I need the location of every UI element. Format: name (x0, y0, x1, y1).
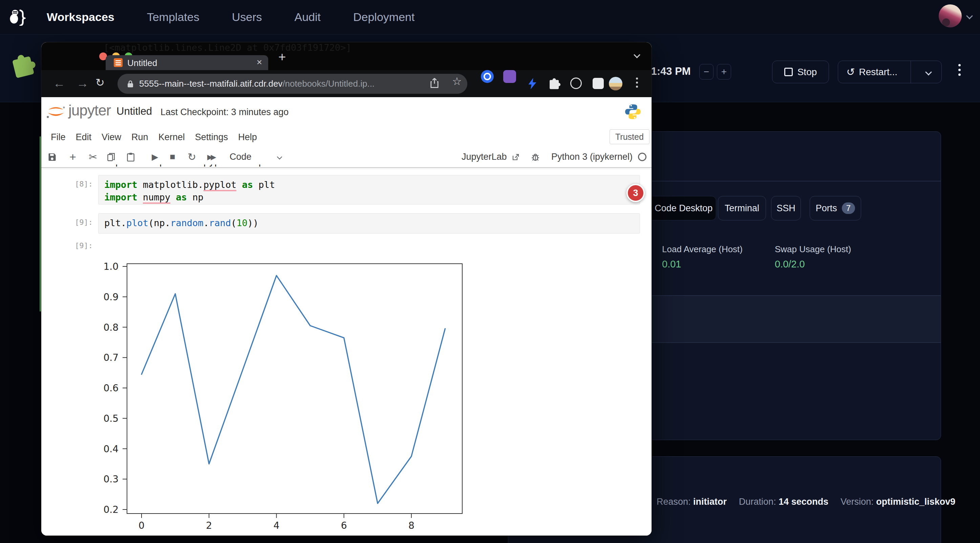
browser-window: Untitled × + ← → ↻ 5555--main--test--mat… (41, 42, 652, 535)
cell-input-prompt: [9]: (61, 218, 93, 227)
code-token: plt (253, 179, 275, 190)
code-token: as (242, 179, 253, 190)
nav-item-users[interactable]: Users (232, 11, 262, 24)
stat-label: Load Average (Host) (662, 244, 743, 254)
svg-text:0.3: 0.3 (103, 473, 119, 485)
svg-text:8: 8 (408, 520, 415, 531)
cell-output-prompt: [9]: (61, 241, 93, 251)
top-nav: WorkspacesTemplatesUsersAuditDeployment (0, 0, 980, 35)
code-token: np (187, 192, 204, 202)
build-meta-row: Reason: initiatorDuration: 14 secondsVer… (657, 497, 955, 507)
restart-icon: ↺ (846, 67, 855, 77)
code-token: ( (231, 218, 236, 228)
svg-text:6: 6 (341, 520, 347, 531)
restart-button[interactable]: ↺ Restart... (838, 61, 906, 83)
restart-menu-button[interactable] (916, 61, 942, 83)
code-token: plt. (104, 218, 126, 228)
meta-item: Version: optimistic_liskov9 (840, 497, 955, 507)
svg-text:4: 4 (273, 520, 279, 531)
meta-value: 14 seconds (778, 497, 828, 507)
svg-text:0.2: 0.2 (103, 504, 119, 515)
workspace-time: 11:43 PM (646, 65, 691, 78)
clipped-code-line: import matplotlib.pyplot as plt (104, 165, 544, 167)
stat-value: 0.01 (662, 259, 743, 270)
matplotlib-figure: 1.00.90.80.70.60.50.40.30.202468 (95, 255, 485, 535)
code-token: 10 (236, 218, 248, 228)
svg-text:0.9: 0.9 (103, 292, 119, 303)
nav-item-deployment[interactable]: Deployment (353, 11, 415, 24)
code-token: as (176, 192, 187, 202)
code-token: numpy (143, 192, 170, 204)
code-line: import matplotlib.pyplot as plt (104, 179, 275, 191)
svg-text:2: 2 (206, 520, 212, 531)
meta-value: initiator (693, 497, 727, 507)
code-token: rand (209, 218, 231, 228)
workspace-app-puzzle-icon (7, 49, 38, 82)
stat-value: 0.0/2.0 (775, 259, 851, 270)
code-token: . (204, 218, 209, 228)
nav-item-audit[interactable]: Audit (294, 11, 321, 24)
meta-label: Reason: (657, 497, 693, 507)
meta-label: Duration: (739, 497, 778, 507)
zoom-in-button[interactable]: + (717, 64, 731, 79)
svg-text:0.4: 0.4 (103, 443, 119, 455)
divider (911, 61, 911, 83)
workspace-kebab-menu[interactable] (958, 64, 961, 76)
code-token: random (170, 218, 204, 228)
restart-split-button: ↺ Restart... (838, 60, 942, 83)
code-token (170, 192, 176, 202)
svg-text:0.8: 0.8 (103, 322, 119, 333)
meta-value: optimistic_liskov9 (876, 497, 955, 507)
svg-text:1.0: 1.0 (103, 261, 119, 272)
svg-text:0: 0 (138, 520, 145, 531)
code-token (236, 179, 242, 190)
screen: WorkspacesTemplatesUsersAuditDeployment … (0, 0, 980, 543)
code-line: import numpy as np (104, 192, 204, 203)
cell-output-text: [<matplotlib.lines.Line2D at 0x7fd03f191… (103, 42, 352, 53)
svg-text:0.7: 0.7 (103, 352, 119, 363)
stop-button[interactable]: Stop (772, 60, 829, 83)
stat-label: Swap Usage (Host) (775, 244, 851, 254)
meta-label: Version: (840, 497, 876, 507)
code-line: plt.plot(np.random.rand(10)) (104, 218, 258, 229)
stop-icon (784, 68, 793, 76)
background (0, 115, 45, 137)
nav-item-workspaces[interactable]: Workspaces (47, 11, 115, 24)
code-token: matplotlib. (137, 179, 204, 190)
stop-label: Stop (797, 67, 817, 78)
code-token: (np. (148, 218, 170, 228)
svg-text:0.6: 0.6 (103, 383, 119, 394)
zoom-out-button[interactable]: − (699, 64, 713, 79)
code-token: import (104, 192, 137, 202)
code-token: pyplot (204, 179, 237, 191)
stat-block: Load Average (Host)0.01 (662, 244, 743, 270)
meta-item: Duration: 14 seconds (739, 497, 828, 507)
svg-text:0.5: 0.5 (103, 413, 119, 424)
chevron-down-icon[interactable] (966, 13, 973, 19)
nav-item-templates[interactable]: Templates (147, 11, 199, 24)
coder-logo-icon[interactable] (8, 8, 26, 26)
user-avatar[interactable] (939, 5, 962, 27)
code-token: plot (126, 218, 148, 228)
code-token: import (104, 179, 137, 190)
meta-item: Reason: initiator (657, 497, 727, 507)
restart-label: Restart... (859, 67, 898, 78)
code-token (137, 192, 143, 202)
stat-block: Swap Usage (Host)0.0/2.0 (775, 244, 851, 270)
nav-menu: WorkspacesTemplatesUsersAuditDeployment (47, 0, 415, 34)
code-token: )) (248, 218, 259, 228)
notification-count-badge[interactable]: 3 (627, 184, 645, 202)
chevron-down-icon (925, 69, 932, 76)
cell-input-prompt: [8]: (61, 179, 93, 189)
